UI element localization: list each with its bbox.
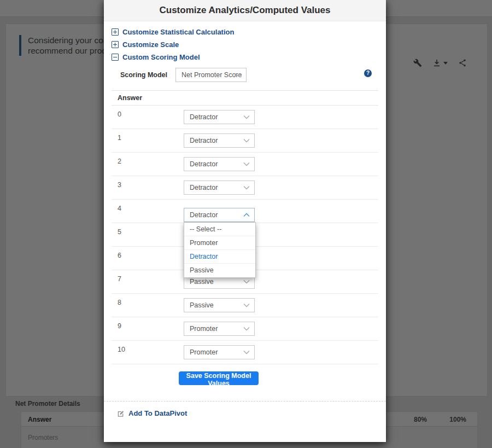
selected-value: Promoter (190, 348, 218, 356)
answer-label: 6 (118, 252, 121, 259)
value-select[interactable]: Detractor (184, 110, 255, 124)
answer-label: 5 (118, 228, 121, 236)
answer-label: 2 (118, 158, 121, 165)
answer-label: 4 (118, 205, 121, 212)
add-to-datapivot-label: Add To DataPivot (128, 409, 187, 417)
section-label: Customize Scale (122, 40, 179, 49)
scoring-model-row: Scoring Model Net Promoter Score ? (104, 65, 386, 86)
selected-value: Passive (190, 278, 214, 286)
chevron-down-icon (243, 280, 250, 284)
answer-row: 1 Detractor (112, 129, 378, 153)
answer-column-header: Answer (118, 94, 142, 102)
chevron-down-icon (243, 350, 250, 354)
answer-row: 0 Detractor (112, 106, 378, 129)
screen: Considering your com recommend our produ… (0, 0, 492, 448)
answer-table-header: Answer (112, 90, 378, 106)
answer-row: 9 Promoter (112, 317, 378, 341)
chevron-down-icon (243, 185, 250, 190)
selected-value: Net Promoter Score (181, 71, 242, 79)
chevron-down-icon (243, 138, 250, 143)
collapse-minus-icon[interactable] (112, 54, 119, 61)
value-select[interactable]: Promoter (184, 345, 255, 359)
modal-title: Customize Analytics/Computed Values (104, 0, 386, 21)
help-icon[interactable]: ? (364, 69, 372, 77)
value-select[interactable]: Detractor (184, 133, 255, 148)
chevron-down-icon (243, 115, 250, 119)
section-label: Custom Scoring Model (122, 53, 200, 61)
expand-plus-icon[interactable] (112, 41, 119, 48)
value-select[interactable]: Passive (184, 298, 255, 312)
section-label: Customize Statistical Calculation (122, 28, 234, 36)
scoring-model-label: Scoring Model (104, 71, 167, 79)
value-select[interactable]: Detractor (184, 157, 255, 171)
selected-value: Detractor (190, 184, 218, 191)
selected-value: Passive (190, 301, 214, 309)
selected-value: Detractor (190, 211, 218, 219)
section-customize-statistical-calculation[interactable]: Customize Statistical Calculation (112, 26, 386, 38)
expand-plus-icon[interactable] (112, 28, 119, 36)
divider (104, 401, 386, 402)
answer-label: 0 (118, 110, 121, 118)
add-to-datapivot-link[interactable]: Add To DataPivot (117, 409, 187, 417)
dropdown-option[interactable]: -- Select -- (184, 223, 255, 236)
dropdown-option[interactable]: Promoter (184, 236, 255, 250)
dropdown-option[interactable]: Passive (184, 264, 255, 277)
selected-value: Detractor (190, 113, 218, 121)
save-scoring-model-values-button[interactable]: Save Scoring Model Values (179, 371, 259, 385)
chevron-down-icon (243, 162, 250, 166)
answer-rows: 0 Detractor 1 Detractor 2 Detractor 3 D (112, 106, 378, 364)
answer-label: 10 (118, 346, 125, 353)
answer-row: 10 Promoter (112, 341, 378, 364)
selected-value: Detractor (190, 160, 218, 168)
section-customize-scale[interactable]: Customize Scale (112, 38, 386, 51)
customize-analytics-modal: Customize Analytics/Computed Values Cust… (104, 0, 386, 442)
dropdown-option[interactable]: Detractor (184, 250, 255, 264)
answer-row: 2 Detractor (112, 153, 378, 176)
section-custom-scoring-model[interactable]: Custom Scoring Model (112, 51, 386, 63)
answer-label: 1 (118, 134, 121, 142)
scoring-model-select[interactable]: Net Promoter Score (175, 68, 247, 82)
value-select[interactable]: Detractor (184, 181, 255, 195)
chevron-down-icon (243, 303, 250, 307)
dropdown-option-list: -- Select --PromoterDetractorPassive (184, 222, 256, 278)
value-select[interactable]: Promoter (184, 322, 255, 336)
answer-row: 8 Passive (112, 294, 378, 317)
answer-label: 3 (118, 181, 121, 189)
answer-row: 4 Detractor -- Select --PromoterDetracto… (112, 200, 378, 223)
answer-label: 8 (118, 299, 121, 306)
answer-label: 7 (118, 275, 121, 283)
accordion-sections: Customize Statistical Calculation Custom… (104, 21, 386, 63)
answer-table: Answer 0 Detractor 1 Detractor 2 Detract… (112, 90, 378, 364)
edit-icon (117, 410, 125, 417)
selected-value: Detractor (190, 137, 218, 144)
chevron-down-icon (243, 213, 250, 217)
chevron-down-icon (235, 73, 242, 77)
selected-value: Promoter (190, 325, 218, 333)
answer-label: 9 (118, 322, 121, 330)
value-select[interactable]: Detractor -- Select --PromoterDetractorP… (184, 208, 255, 222)
chevron-down-icon (243, 327, 250, 331)
answer-row: 3 Detractor (112, 176, 378, 200)
